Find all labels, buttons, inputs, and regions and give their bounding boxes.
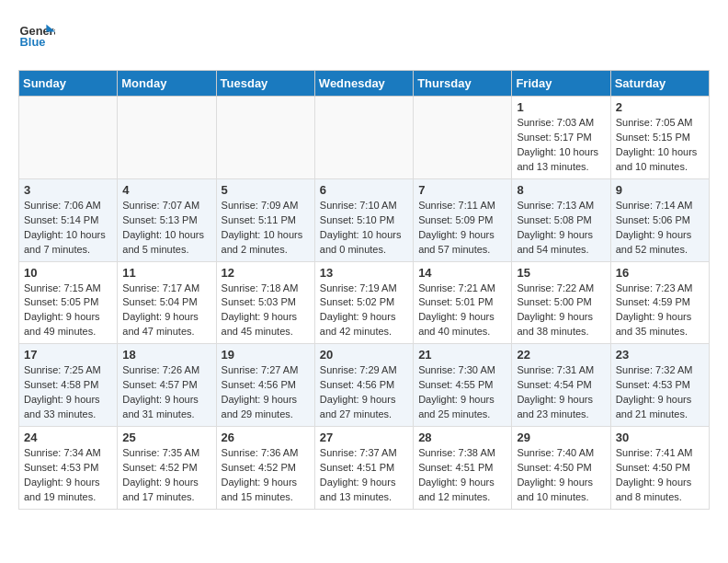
page-header: General Blue [18,18,710,55]
day-number: 12 [222,266,310,280]
day-number: 7 [418,183,506,197]
day-number: 13 [320,266,408,280]
day-number: 25 [122,431,210,444]
day-info: Sunrise: 7:11 AM Sunset: 5:09 PM Dayligh… [418,199,506,258]
day-info: Sunrise: 7:15 AM Sunset: 5:05 PM Dayligh… [24,282,112,340]
calendar-day-cell: 4Sunrise: 7:07 AM Sunset: 5:13 PM Daylig… [118,178,216,261]
calendar-day-cell: 21Sunrise: 7:30 AM Sunset: 4:55 PM Dayli… [414,344,512,427]
calendar-day-cell: 20Sunrise: 7:29 AM Sunset: 4:56 PM Dayli… [314,344,413,427]
calendar-week-row: 17Sunrise: 7:25 AM Sunset: 4:58 PM Dayli… [19,344,710,427]
day-info: Sunrise: 7:17 AM Sunset: 5:04 PM Dayligh… [122,282,210,340]
day-info: Sunrise: 7:27 AM Sunset: 4:56 PM Dayligh… [222,363,310,422]
day-info: Sunrise: 7:07 AM Sunset: 5:13 PM Dayligh… [122,199,210,258]
day-info: Sunrise: 7:06 AM Sunset: 5:14 PM Dayligh… [24,199,112,258]
day-number: 20 [320,348,408,362]
day-number: 4 [122,183,210,197]
calendar-day-cell: 15Sunrise: 7:22 AM Sunset: 5:00 PM Dayli… [512,261,610,344]
weekday-header-saturday: Saturday [610,71,709,97]
calendar-table: SundayMondayTuesdayWednesdayThursdayFrid… [18,70,710,510]
day-number: 23 [616,348,704,362]
calendar-day-cell: 16Sunrise: 7:23 AM Sunset: 4:59 PM Dayli… [610,261,709,344]
day-number: 15 [517,266,605,280]
day-info: Sunrise: 7:32 AM Sunset: 4:53 PM Dayligh… [616,363,704,422]
day-info: Sunrise: 7:14 AM Sunset: 5:06 PM Dayligh… [616,199,704,258]
day-number: 29 [517,431,605,444]
day-info: Sunrise: 7:21 AM Sunset: 5:01 PM Dayligh… [418,282,506,340]
day-info: Sunrise: 7:05 AM Sunset: 5:15 PM Dayligh… [616,116,704,175]
day-number: 5 [222,183,310,197]
calendar-week-row: 3Sunrise: 7:06 AM Sunset: 5:14 PM Daylig… [19,178,710,261]
calendar-week-row: 10Sunrise: 7:15 AM Sunset: 5:05 PM Dayli… [19,261,710,344]
day-number: 18 [122,348,210,362]
calendar-day-cell: 13Sunrise: 7:19 AM Sunset: 5:02 PM Dayli… [314,261,413,344]
weekday-header-friday: Friday [512,71,610,97]
day-info: Sunrise: 7:18 AM Sunset: 5:03 PM Dayligh… [222,282,310,340]
calendar-day-cell: 5Sunrise: 7:09 AM Sunset: 5:11 PM Daylig… [216,178,314,261]
day-info: Sunrise: 7:29 AM Sunset: 4:56 PM Dayligh… [320,363,408,422]
calendar-week-row: 24Sunrise: 7:34 AM Sunset: 4:53 PM Dayli… [19,427,710,510]
day-info: Sunrise: 7:30 AM Sunset: 4:55 PM Dayligh… [418,363,506,422]
day-info: Sunrise: 7:41 AM Sunset: 4:50 PM Dayligh… [616,446,704,505]
day-number: 6 [320,183,408,197]
day-info: Sunrise: 7:09 AM Sunset: 5:11 PM Dayligh… [222,199,310,258]
weekday-header-tuesday: Tuesday [216,71,314,97]
day-info: Sunrise: 7:22 AM Sunset: 5:00 PM Dayligh… [517,282,605,340]
day-number: 17 [24,348,112,362]
calendar-day-cell: 23Sunrise: 7:32 AM Sunset: 4:53 PM Dayli… [610,344,709,427]
day-info: Sunrise: 7:19 AM Sunset: 5:02 PM Dayligh… [320,282,408,340]
calendar-day-cell: 28Sunrise: 7:38 AM Sunset: 4:51 PM Dayli… [414,427,512,510]
calendar-day-cell: 3Sunrise: 7:06 AM Sunset: 5:14 PM Daylig… [19,178,118,261]
calendar-day-cell: 18Sunrise: 7:26 AM Sunset: 4:57 PM Dayli… [118,344,216,427]
day-info: Sunrise: 7:25 AM Sunset: 4:58 PM Dayligh… [24,363,112,422]
day-number: 26 [222,431,310,444]
weekday-header-thursday: Thursday [414,71,512,97]
day-number: 24 [24,431,112,444]
calendar-day-cell: 22Sunrise: 7:31 AM Sunset: 4:54 PM Dayli… [512,344,610,427]
calendar-day-cell: 25Sunrise: 7:35 AM Sunset: 4:52 PM Dayli… [118,427,216,510]
day-info: Sunrise: 7:35 AM Sunset: 4:52 PM Dayligh… [122,446,210,505]
calendar-day-cell: 11Sunrise: 7:17 AM Sunset: 5:04 PM Dayli… [118,261,216,344]
day-info: Sunrise: 7:37 AM Sunset: 4:51 PM Dayligh… [320,446,408,505]
day-number: 10 [24,266,112,280]
calendar-empty-cell [118,97,216,179]
day-number: 22 [517,348,605,362]
day-number: 9 [616,183,704,197]
calendar-day-cell: 29Sunrise: 7:40 AM Sunset: 4:50 PM Dayli… [512,427,610,510]
day-info: Sunrise: 7:31 AM Sunset: 4:54 PM Dayligh… [517,363,605,422]
calendar-day-cell: 2Sunrise: 7:05 AM Sunset: 5:15 PM Daylig… [610,97,709,179]
calendar-empty-cell [216,97,314,179]
logo-icon: General Blue [18,18,55,55]
day-info: Sunrise: 7:10 AM Sunset: 5:10 PM Dayligh… [320,199,408,258]
day-number: 21 [418,348,506,362]
day-number: 2 [616,100,704,114]
day-info: Sunrise: 7:13 AM Sunset: 5:08 PM Dayligh… [517,199,605,258]
calendar-day-cell: 8Sunrise: 7:13 AM Sunset: 5:08 PM Daylig… [512,178,610,261]
day-info: Sunrise: 7:23 AM Sunset: 4:59 PM Dayligh… [616,282,704,340]
calendar-day-cell: 6Sunrise: 7:10 AM Sunset: 5:10 PM Daylig… [314,178,413,261]
svg-text:Blue: Blue [20,35,46,49]
day-number: 16 [616,266,704,280]
weekday-header-monday: Monday [118,71,216,97]
day-info: Sunrise: 7:38 AM Sunset: 4:51 PM Dayligh… [418,446,506,505]
calendar-empty-cell [19,97,118,179]
day-info: Sunrise: 7:26 AM Sunset: 4:57 PM Dayligh… [122,363,210,422]
logo: General Blue [18,18,55,55]
calendar-day-cell: 26Sunrise: 7:36 AM Sunset: 4:52 PM Dayli… [216,427,314,510]
day-number: 19 [222,348,310,362]
day-info: Sunrise: 7:36 AM Sunset: 4:52 PM Dayligh… [222,446,310,505]
calendar-day-cell: 10Sunrise: 7:15 AM Sunset: 5:05 PM Dayli… [19,261,118,344]
day-number: 1 [517,100,605,114]
day-number: 3 [24,183,112,197]
weekday-header-wednesday: Wednesday [314,71,413,97]
weekday-header-row: SundayMondayTuesdayWednesdayThursdayFrid… [19,71,710,97]
day-number: 28 [418,431,506,444]
day-number: 11 [122,266,210,280]
calendar-day-cell: 9Sunrise: 7:14 AM Sunset: 5:06 PM Daylig… [610,178,709,261]
calendar-day-cell: 7Sunrise: 7:11 AM Sunset: 5:09 PM Daylig… [414,178,512,261]
day-info: Sunrise: 7:40 AM Sunset: 4:50 PM Dayligh… [517,446,605,505]
calendar-day-cell: 12Sunrise: 7:18 AM Sunset: 5:03 PM Dayli… [216,261,314,344]
calendar-day-cell: 17Sunrise: 7:25 AM Sunset: 4:58 PM Dayli… [19,344,118,427]
day-number: 8 [517,183,605,197]
day-number: 14 [418,266,506,280]
calendar-day-cell: 24Sunrise: 7:34 AM Sunset: 4:53 PM Dayli… [19,427,118,510]
